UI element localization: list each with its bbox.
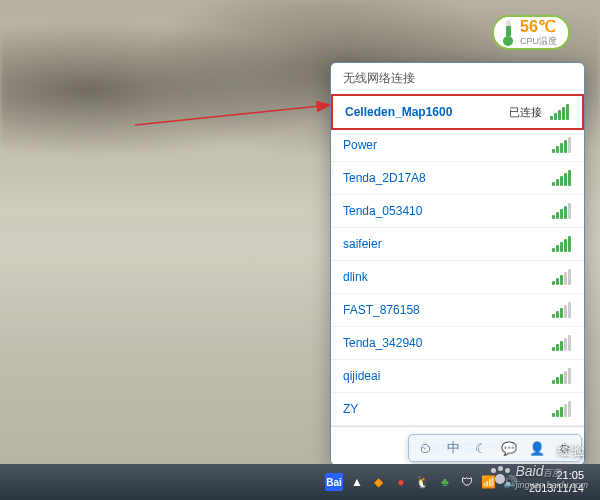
watermark-label: 经验 [557, 442, 585, 460]
wifi-network-name: FAST_876158 [343, 303, 552, 317]
wifi-signal-icon [552, 302, 572, 318]
wifi-connected-status: 已连接 [509, 105, 542, 120]
qq-tray-icon[interactable]: 🐧 [415, 474, 431, 490]
wifi-network-item[interactable]: Tenda_342940 [331, 327, 584, 360]
watermark-brand: Baid [515, 463, 543, 479]
wifi-network-item[interactable]: Power [331, 129, 584, 162]
wifi-popup: 无线网络连接 Celleden_Map1600已连接PowerTenda_2D1… [330, 62, 585, 466]
tray-icon[interactable]: ◆ [371, 474, 387, 490]
wifi-network-name: ZY [343, 402, 552, 416]
clock-icon[interactable]: ⏲ [415, 438, 435, 458]
baidu-tray-icon[interactable]: Bai [325, 473, 343, 491]
wifi-signal-icon [552, 170, 572, 186]
wifi-network-item[interactable]: saifeier [331, 228, 584, 261]
wifi-network-item[interactable]: dlink [331, 261, 584, 294]
wifi-network-name: saifeier [343, 237, 552, 251]
wifi-network-item[interactable]: qijideai [331, 360, 584, 393]
cpu-temp-label: CPU温度 [520, 37, 557, 46]
wifi-network-item[interactable]: Celleden_Map1600已连接 [331, 94, 584, 130]
wifi-network-item[interactable]: Tenda_2D17A8 [331, 162, 584, 195]
tray-icon[interactable]: ▲ [349, 474, 365, 490]
wifi-signal-icon [552, 137, 572, 153]
wifi-network-name: Power [343, 138, 552, 152]
ime-toolbar[interactable]: ⏲中☾💬👤⚙ [408, 434, 582, 462]
wifi-signal-icon [552, 368, 572, 384]
wifi-signal-icon [552, 401, 572, 417]
tray-icon[interactable]: ● [393, 474, 409, 490]
watermark-url: jingyan.baidu.com [515, 480, 588, 490]
wifi-signal-icon [552, 203, 572, 219]
wifi-network-name: Tenda_342940 [343, 336, 552, 350]
wifi-signal-icon [550, 104, 570, 120]
cpu-temp-widget[interactable]: 56℃ CPU温度 [492, 15, 570, 50]
watermark: Baid百度 jingyan.baidu.com [489, 463, 588, 490]
wifi-network-name: Celleden_Map1600 [345, 105, 509, 119]
wifi-popup-header: 无线网络连接 [331, 63, 584, 95]
wifi-network-name: dlink [343, 270, 552, 284]
moon-icon[interactable]: ☾ [471, 438, 491, 458]
tray-icon[interactable]: 🛡 [459, 474, 475, 490]
tray-icon[interactable]: ♣ [437, 474, 453, 490]
wifi-signal-icon [552, 335, 572, 351]
wifi-network-list: Celleden_Map1600已连接PowerTenda_2D17A8Tend… [331, 94, 584, 426]
wifi-network-item[interactable]: ZY [331, 393, 584, 426]
wifi-network-name: qijideai [343, 369, 552, 383]
person-icon[interactable]: 👤 [527, 438, 547, 458]
paw-icon [489, 466, 511, 488]
wifi-network-item[interactable]: FAST_876158 [331, 294, 584, 327]
zhong-icon[interactable]: 中 [443, 438, 463, 458]
wifi-network-name: Tenda_053410 [343, 204, 552, 218]
watermark-sub: 百度 [543, 468, 561, 478]
cpu-temp-value: 56℃ [520, 19, 557, 35]
wifi-network-item[interactable]: Tenda_053410 [331, 195, 584, 228]
wifi-network-name: Tenda_2D17A8 [343, 171, 552, 185]
thermometer-icon [500, 20, 516, 46]
bubble-icon[interactable]: 💬 [499, 438, 519, 458]
wifi-signal-icon [552, 269, 572, 285]
wifi-signal-icon [552, 236, 572, 252]
